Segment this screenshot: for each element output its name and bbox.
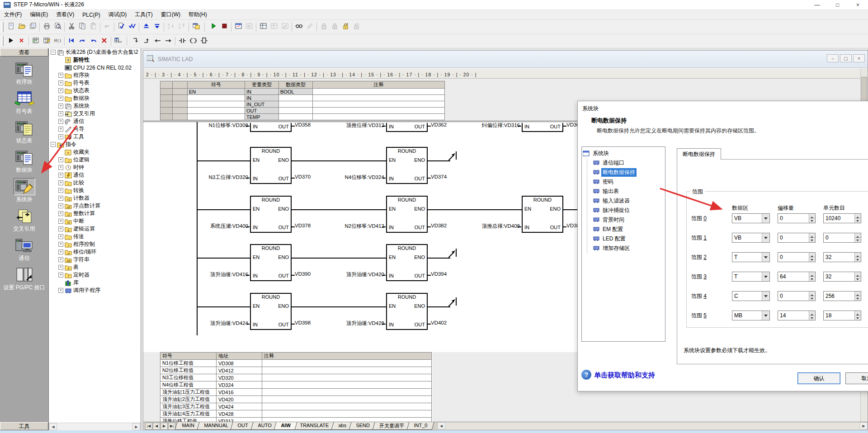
dialog-tree-item[interactable]: LED 配置 <box>583 234 664 244</box>
tab-last-button[interactable]: ▶| <box>168 423 175 430</box>
tree-item[interactable]: ★收藏夹 <box>49 148 141 156</box>
lock-release-button[interactable] <box>351 22 362 33</box>
var-table-cell[interactable] <box>279 114 313 120</box>
spin-down-icon[interactable] <box>809 218 815 223</box>
tree-item[interactable]: +↔转换 <box>49 187 141 194</box>
tab-next-button[interactable]: ▶ <box>160 423 168 430</box>
help-icon[interactable]: ? <box>581 370 591 380</box>
data-area-select-0[interactable]: VB <box>732 213 770 223</box>
round-block[interactable]: ROUNDENENOINOUT <box>386 293 428 330</box>
data-area-select-2[interactable]: T <box>732 252 770 262</box>
download-button[interactable] <box>151 22 162 33</box>
tree-item[interactable]: +交叉引用 <box>49 110 141 118</box>
chevron-down-icon[interactable] <box>762 272 769 281</box>
tree-item[interactable]: +向导 <box>49 125 141 133</box>
expand-icon[interactable]: + <box>58 265 63 270</box>
symbol-table-cell[interactable]: N3工位移程值 <box>160 374 217 381</box>
dialog-tree-item[interactable]: 输出表 <box>583 187 664 196</box>
program-status-pause-button[interactable] <box>244 22 255 33</box>
var-table-cell[interactable]: TEMP <box>245 114 279 120</box>
spin-down-icon[interactable] <box>809 257 815 262</box>
spin-up-icon[interactable] <box>809 214 815 218</box>
chart-single-button[interactable] <box>269 22 279 33</box>
tree-root[interactable]: −长液226 (D:\桌面备份大合集\2 <box>49 48 141 56</box>
chevron-down-icon[interactable] <box>762 311 769 320</box>
symbol-table-cell[interactable]: 顶升油缸1压力工程值 <box>160 389 217 396</box>
help-link[interactable]: 单击获取帮助和支持 <box>594 371 655 380</box>
expand-icon[interactable]: + <box>58 111 63 116</box>
expand-icon[interactable]: + <box>58 249 63 254</box>
menu-1[interactable]: 文件(F) <box>0 10 26 19</box>
data-area-select-3[interactable]: T <box>732 272 770 282</box>
menu-8[interactable]: 帮助(H) <box>184 10 211 19</box>
tab-prev-button[interactable]: ◀ <box>153 423 160 430</box>
var-table-cell[interactable]: BOOL <box>279 89 313 95</box>
sidebar-item-set-pg-pc[interactable]: 设置 PG/PC 接口 <box>0 266 48 292</box>
tab-int-0[interactable]: INT_0 <box>406 422 434 430</box>
glasses-button[interactable] <box>293 22 304 33</box>
count-spinner-2[interactable]: 32 <box>823 252 861 262</box>
expand-icon[interactable]: + <box>58 196 63 201</box>
contact-button[interactable] <box>177 36 188 47</box>
expand-icon[interactable]: + <box>58 80 63 85</box>
chevron-down-icon[interactable] <box>762 233 769 242</box>
round-block[interactable]: ROUNDENENOINOUT <box>386 196 428 233</box>
new-button[interactable] <box>5 22 16 33</box>
tree-item[interactable]: +通信 <box>49 118 141 125</box>
count-spinner-5[interactable]: 18 <box>823 311 861 320</box>
undo-button[interactable] <box>102 22 113 33</box>
offset-spinner-4[interactable]: 0 <box>778 291 816 301</box>
tree-item[interactable]: +数据块 <box>49 94 141 102</box>
spin-down-icon[interactable] <box>809 315 815 320</box>
sym-button[interactable]: sym <box>113 36 123 47</box>
symbol-table-cell[interactable] <box>262 367 432 374</box>
symbol-table-cell[interactable] <box>262 403 432 410</box>
tree-item[interactable]: +时钟 <box>49 164 141 171</box>
var-table-cell[interactable]: IN <box>245 95 279 101</box>
tree-item[interactable]: +<比较 <box>49 179 141 187</box>
spin-down-icon[interactable] <box>854 238 861 242</box>
spin-up-icon[interactable] <box>854 214 861 218</box>
lad-minimize-button[interactable]: – <box>827 54 839 62</box>
symbol-table-cell[interactable]: N4位移工程值 <box>160 381 217 389</box>
data-area-select-1[interactable]: VB <box>732 233 770 243</box>
var-table-cell[interactable]: OUT <box>245 108 279 114</box>
symbol-table-cell[interactable] <box>262 396 432 403</box>
sidebar-item-cross-reference[interactable]: 交叉引用 <box>0 207 48 233</box>
tree-item[interactable]: +AB字符串 <box>49 256 141 264</box>
round-block[interactable]: ROUNDENENOINOUT <box>386 244 428 281</box>
expand-icon[interactable]: + <box>58 157 63 162</box>
lad-title-bar[interactable]: SIMATIC LAD–▢× <box>143 51 868 68</box>
row-selector-cell[interactable] <box>173 95 188 101</box>
cancel-button[interactable]: 取消 <box>845 372 868 384</box>
expand-icon[interactable]: + <box>58 165 63 170</box>
var-table-cell[interactable]: IN_OUT <box>245 101 279 108</box>
count-spinner-4[interactable]: 256 <box>823 291 861 301</box>
pointer-button[interactable] <box>5 36 16 47</box>
tree-item[interactable]: +工具 <box>49 133 141 141</box>
coil-button[interactable] <box>188 36 198 47</box>
var-table-cell[interactable] <box>188 114 245 120</box>
nav-undo-button[interactable] <box>88 36 99 47</box>
options-button[interactable] <box>190 22 201 33</box>
offset-spinner-2[interactable]: 0 <box>778 252 816 262</box>
print-button[interactable] <box>41 22 52 33</box>
symbol-table-cell[interactable]: N2位移工程值 <box>160 367 217 374</box>
tree-item[interactable]: ++1计数器 <box>49 194 141 202</box>
lock-button[interactable] <box>318 22 329 33</box>
compile-all-button[interactable] <box>127 22 137 33</box>
offset-spinner-0[interactable]: 0 <box>778 213 816 223</box>
symbol-table-cell[interactable]: 顶升油缸3压力工程值 <box>160 403 217 410</box>
symbol-table-cell[interactable]: VD320 <box>217 374 262 381</box>
tree-item[interactable]: +→传送 <box>49 233 141 240</box>
cut-button[interactable] <box>66 22 77 33</box>
expand-icon[interactable]: + <box>58 226 63 231</box>
symbol-table-cell[interactable]: VD424 <box>217 403 262 410</box>
symbol-table-cell[interactable]: VD412 <box>217 367 262 374</box>
lad-restore-button[interactable]: ▢ <box>840 54 852 62</box>
tab-translate[interactable]: TRANSLATE <box>293 422 336 430</box>
tab-first-button[interactable]: |◀ <box>145 423 152 430</box>
nav-redo-button[interactable] <box>77 36 88 47</box>
sort-asc-button[interactable]: AZ <box>165 22 176 33</box>
spin-down-icon[interactable] <box>809 277 815 281</box>
